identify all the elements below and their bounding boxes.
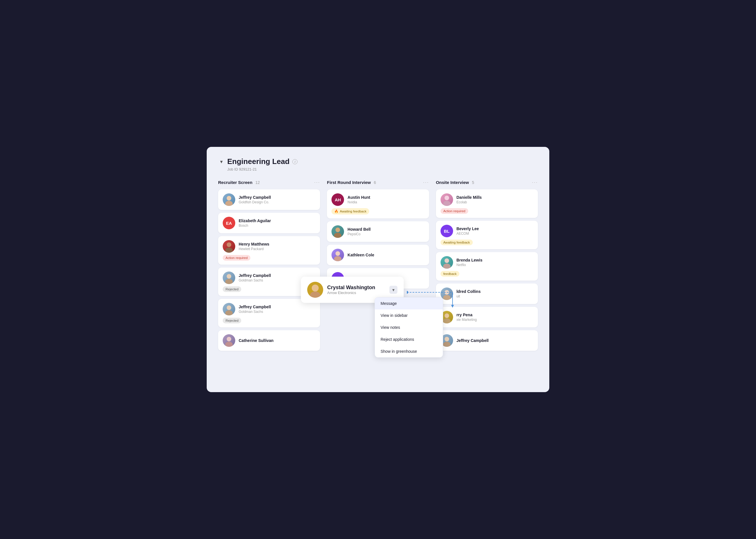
svg-point-30 bbox=[407, 291, 408, 294]
svg-point-14 bbox=[444, 195, 449, 200]
menu-item-message[interactable]: Message bbox=[375, 297, 443, 309]
svg-point-11 bbox=[334, 233, 341, 238]
name-danielle-mills: Danielle Mills bbox=[456, 195, 482, 199]
svg-point-26 bbox=[312, 285, 319, 291]
col-menu-onsite[interactable]: ··· bbox=[532, 179, 538, 186]
card-henry-matthews[interactable]: Henry Matthews Hewlett Packard Action re… bbox=[218, 236, 320, 265]
name-jeffrey-goldfish: Jeffrey Campbell bbox=[239, 195, 271, 199]
svg-point-8 bbox=[227, 337, 231, 342]
card-catherine-sullivan[interactable]: Catherine Sullivan bbox=[218, 330, 320, 351]
avatar-jeffrey-campbell-goldfish bbox=[223, 193, 235, 206]
svg-point-7 bbox=[225, 310, 233, 315]
menu-item-reject-applications[interactable]: Reject applications bbox=[375, 333, 443, 346]
card-austin-hunt[interactable]: AH Austin Hunt Nvidia 🔥 Awaiting feedbac… bbox=[327, 190, 429, 218]
company-elizabeth-aguilar: Bosch bbox=[239, 224, 271, 228]
avatar-kathleen-cole bbox=[331, 249, 344, 261]
badge-awaiting-brenda: feedback bbox=[440, 271, 460, 276]
col-title-first-round: First Round Interview bbox=[327, 180, 371, 185]
col-count-recruiter: 12 bbox=[255, 180, 260, 185]
col-menu-first-round[interactable]: ··· bbox=[423, 179, 429, 186]
col-onsite: Onsite Interview 5 ··· Danielle Mills bbox=[436, 179, 538, 353]
badge-rejected-jeffrey-1: Rejected bbox=[223, 286, 241, 292]
svg-point-20 bbox=[444, 313, 449, 318]
page-title: Engineering Lead bbox=[227, 157, 290, 166]
name-jeffrey-onsite: Jeffrey Campbell bbox=[456, 338, 489, 343]
svg-point-21 bbox=[443, 318, 450, 323]
menu-item-show-greenhouse[interactable]: Show in greenhouse bbox=[375, 346, 443, 357]
card-howard-bell[interactable]: Howard Bell PepsiCo bbox=[327, 221, 429, 242]
col-menu-recruiter[interactable]: ··· bbox=[314, 179, 320, 186]
job-id: Job ID 929121-21 bbox=[227, 167, 538, 171]
menu-item-view-notes[interactable]: View notes bbox=[375, 321, 443, 333]
card-brenda-lewis[interactable]: Brenda Lewis Netflix feedback bbox=[436, 252, 538, 281]
badge-action-required-henry: Action required bbox=[223, 255, 250, 261]
card-kathleen-cole[interactable]: Kathleen Cole bbox=[327, 245, 429, 265]
card-jeffrey-onsite[interactable]: Jeffrey Campbell bbox=[436, 330, 538, 351]
info-icon[interactable]: i bbox=[292, 159, 298, 164]
menu-item-view-sidebar[interactable]: View in sidebar bbox=[375, 309, 443, 321]
name-elizabeth-aguilar: Elizabeth Aguilar bbox=[239, 218, 271, 223]
name-jeffrey-goldman-1: Jeffrey Campbell bbox=[239, 273, 271, 278]
svg-point-4 bbox=[227, 274, 231, 278]
avatar-austin-hunt: AH bbox=[331, 193, 344, 206]
svg-point-16 bbox=[444, 258, 449, 263]
col-header-onsite: Onsite Interview 5 ··· bbox=[436, 179, 538, 186]
floating-dropdown-arrow[interactable]: ▾ bbox=[389, 286, 397, 294]
name-jeffrey-goldman-2: Jeffrey Campbell bbox=[239, 305, 271, 309]
name-catherine-sullivan: Catherine Sullivan bbox=[239, 338, 273, 343]
card-danielle-mills[interactable]: Danielle Mills Ecolab Action required bbox=[436, 190, 538, 218]
svg-point-1 bbox=[225, 201, 233, 206]
name-austin-hunt: Austin Hunt bbox=[347, 195, 370, 199]
avatar-henry-matthews bbox=[223, 240, 235, 253]
floating-company-crystal: Arrow Electronics bbox=[327, 291, 375, 295]
col-header-first-round: First Round Interview 6 ··· bbox=[327, 179, 429, 186]
col-title-onsite: Onsite Interview bbox=[436, 180, 469, 185]
name-howard-bell: Howard Bell bbox=[347, 227, 371, 232]
col-count-onsite: 5 bbox=[472, 180, 474, 185]
svg-point-17 bbox=[443, 264, 450, 269]
name-henry-matthews: Henry Matthews bbox=[239, 242, 269, 246]
card-jeffrey-campbell-goldfish[interactable]: Jeffrey Campbell Goldfish Design Co. bbox=[218, 190, 320, 210]
company-danielle-mills: Ecolab bbox=[456, 200, 482, 204]
svg-point-10 bbox=[335, 228, 340, 232]
company-terry-pena: xie Marketing bbox=[456, 318, 477, 322]
svg-point-2 bbox=[227, 242, 231, 247]
collapse-icon[interactable]: ▾ bbox=[218, 159, 225, 165]
company-brenda-lewis: Netflix bbox=[456, 263, 483, 267]
name-brenda-lewis: Brenda Lewis bbox=[456, 258, 483, 263]
svg-point-3 bbox=[225, 248, 233, 253]
badge-awaiting-beverly: Awaiting feedback bbox=[440, 240, 473, 245]
avatar-jeffrey-goldman-1 bbox=[223, 271, 235, 284]
avatar-catherine-sullivan bbox=[223, 334, 235, 347]
card-terry-pena[interactable]: rry Pena xie Marketing bbox=[436, 307, 538, 327]
company-jeffrey-goldman-2: Goldman Sachs bbox=[239, 310, 271, 314]
svg-point-15 bbox=[443, 201, 450, 206]
name-beverly-lee: Beverly Lee bbox=[456, 226, 479, 231]
svg-point-23 bbox=[443, 342, 450, 347]
avatar-brenda-lewis bbox=[440, 256, 453, 269]
name-kathleen-cole: Kathleen Cole bbox=[347, 253, 374, 257]
col-first-round: First Round Interview 6 ··· AH Austin Hu… bbox=[327, 179, 429, 291]
card-beverly-lee[interactable]: BL Beverly Lee AECOM Awaiting feedback bbox=[436, 221, 538, 249]
card-elizabeth-aguilar[interactable]: EA Elizabeth Aguilar Bosch bbox=[218, 213, 320, 233]
col-count-first-round: 6 bbox=[374, 180, 376, 185]
badge-awaiting-austin: 🔥 Awaiting feedback bbox=[331, 208, 369, 214]
svg-point-9 bbox=[225, 342, 233, 347]
card-jeffrey-goldman-2[interactable]: Jeffrey Campbell Goldman Sachs Rejected bbox=[218, 299, 320, 327]
avatar-elizabeth-aguilar: EA bbox=[223, 217, 235, 229]
svg-point-25 bbox=[310, 291, 320, 298]
page-header: ▾ Engineering Lead i Job ID 929121-21 bbox=[218, 157, 538, 171]
company-jeffrey-goldman-1: Goldman Sachs bbox=[239, 278, 271, 282]
col-header-recruiter: Recruiter Screen 12 ··· bbox=[218, 179, 320, 186]
floating-name-crystal: Crystal Washington bbox=[327, 285, 375, 291]
svg-point-0 bbox=[227, 196, 231, 200]
company-howard-bell: PepsiCo bbox=[347, 232, 371, 236]
svg-point-22 bbox=[444, 337, 449, 342]
badge-action-danielle: Action required bbox=[440, 208, 468, 214]
company-beverly-lee: AECOM bbox=[456, 232, 479, 236]
name-terry-pena: rry Pena bbox=[456, 313, 477, 317]
avatar-crystal-washington bbox=[307, 282, 323, 298]
svg-marker-29 bbox=[451, 305, 454, 308]
svg-point-5 bbox=[225, 279, 233, 284]
avatar-howard-bell bbox=[331, 225, 344, 238]
